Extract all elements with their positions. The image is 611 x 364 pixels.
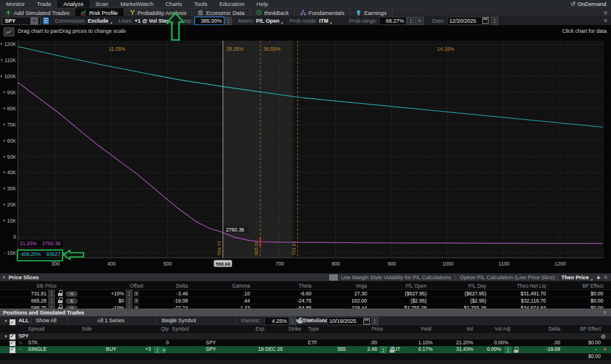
col-qty: Qty bbox=[161, 325, 169, 333]
risk-profile-chart: Drag chart to panDrag prices to change s… bbox=[0, 25, 611, 273]
lock-icon[interactable] bbox=[390, 347, 395, 353]
prob-mode-dropdown[interactable]: ITM bbox=[319, 18, 333, 24]
filter-icon[interactable]: ▼ bbox=[593, 310, 597, 315]
cell-qty[interactable]: +3 bbox=[145, 346, 151, 353]
offset-mode-badge[interactable]: % bbox=[66, 291, 78, 297]
qty-stepper[interactable] bbox=[154, 347, 161, 353]
menu-help[interactable]: Help bbox=[251, 0, 274, 8]
metric-dropdown[interactable]: P/L Open bbox=[256, 18, 283, 24]
cell-vol: 31.43% bbox=[456, 346, 473, 353]
cell-spread: STK bbox=[28, 340, 38, 346]
close-icon[interactable]: ✕ bbox=[603, 346, 607, 353]
calendar-icon[interactable] bbox=[482, 17, 489, 24]
add-simulated-trades-button[interactable]: Add Simulated Trades bbox=[0, 8, 75, 17]
price-slice-row: 731.81 % +10% ▼ -3.46 .10 -6.60 27.30 ($… bbox=[0, 290, 611, 297]
series-dropdown[interactable]: All 1 Series bbox=[97, 317, 128, 323]
offset-mode-badge[interactable]: $ bbox=[66, 298, 78, 304]
cell-strike[interactable]: 555 bbox=[337, 346, 349, 352]
lock-icon[interactable] bbox=[514, 347, 519, 353]
margin-style-checkbox[interactable] bbox=[329, 274, 338, 280]
toolbar-menu-icon[interactable]: ≡ bbox=[604, 10, 611, 16]
prob-range-dropdown[interactable]: ▼ bbox=[415, 17, 424, 25]
interest-input[interactable] bbox=[265, 318, 289, 324]
chart-line-icon[interactable]: ∿ bbox=[18, 340, 23, 346]
symbol-select[interactable]: SPY ▼ bbox=[2, 17, 41, 25]
col-pl-day: P/L Day bbox=[430, 283, 489, 289]
positions-date-label: Date: bbox=[310, 316, 323, 325]
select-all-checkbox[interactable] bbox=[10, 319, 16, 325]
offset-dropdown[interactable]: ▼ bbox=[134, 291, 138, 296]
prob-range-stepper[interactable] bbox=[407, 17, 414, 25]
col-vega: Vega bbox=[314, 283, 370, 289]
positions-date-stepper[interactable] bbox=[371, 317, 378, 325]
offset-stepper[interactable] bbox=[126, 290, 132, 297]
slice-stepper[interactable] bbox=[48, 297, 55, 304]
collapse-icon[interactable]: ▾ bbox=[5, 316, 7, 325]
slice-offset[interactable]: +10% bbox=[80, 291, 124, 297]
prob-range-input[interactable] bbox=[379, 18, 406, 24]
step-stepper[interactable] bbox=[225, 17, 232, 25]
x-tick-label: 300 bbox=[51, 261, 60, 267]
gear-icon[interactable] bbox=[600, 334, 606, 340]
y-tick-label: + 80K bbox=[3, 106, 17, 112]
positions-menu-icon[interactable]: ≡ bbox=[603, 309, 607, 316]
slice-price[interactable]: 665.28 bbox=[0, 298, 47, 304]
interest-stepper[interactable] bbox=[289, 317, 296, 325]
collapse-icon[interactable]: ▾ bbox=[5, 333, 7, 340]
fundamentals-button[interactable]: Fundamentals bbox=[295, 8, 350, 17]
slices-menu-icon[interactable]: ≡ bbox=[604, 274, 607, 280]
menu-tools[interactable]: Tools bbox=[188, 0, 213, 8]
economic-data-button[interactable]: Economic Data bbox=[192, 8, 250, 17]
shares-badge-icon[interactable] bbox=[43, 17, 49, 24]
cell-spread[interactable]: SINGLE bbox=[28, 346, 50, 352]
slice-price[interactable]: 731.81 bbox=[0, 291, 47, 297]
menu-monitor[interactable]: Monitor bbox=[0, 0, 31, 8]
commission-dropdown[interactable]: Exclude bbox=[88, 18, 113, 24]
vol-adj-stepper[interactable] bbox=[505, 347, 511, 353]
menu-analyze[interactable]: Analyze bbox=[57, 0, 90, 8]
offset-dropdown[interactable]: ▼ bbox=[134, 298, 138, 303]
menu-education[interactable]: Education bbox=[213, 0, 250, 8]
date-input[interactable] bbox=[448, 18, 481, 24]
lock-icon[interactable] bbox=[58, 297, 63, 303]
settings-menu-icon[interactable]: ≡ bbox=[604, 17, 611, 24]
slice-stepper[interactable] bbox=[48, 290, 55, 297]
pl-chart-canvas[interactable]: + 120K+ 110K+ 100K+ 90K+ 80K+ 70K+ 60K+ … bbox=[0, 37, 611, 273]
lock-icon[interactable] bbox=[58, 290, 63, 296]
ondemand-button[interactable]: ↺ OnDemand bbox=[570, 1, 611, 7]
ondemand-clock-icon: ↺ bbox=[570, 1, 575, 7]
add-slice-button[interactable]: + bbox=[597, 274, 600, 281]
pl-calc-dropdown[interactable]: Theo Price bbox=[561, 274, 593, 280]
cell-price[interactable]: 2.48 bbox=[367, 346, 377, 353]
collapse-icon[interactable]: ▾ bbox=[3, 275, 5, 280]
row-checkbox[interactable] bbox=[10, 347, 16, 353]
menu-scan[interactable]: Scan bbox=[90, 0, 115, 8]
risk-profile-button[interactable]: Risk Profile bbox=[75, 8, 124, 17]
menu-trade[interactable]: Trade bbox=[31, 0, 57, 8]
cell-vol-adj[interactable]: 0.00% bbox=[487, 346, 501, 353]
positions-date-input[interactable] bbox=[328, 318, 362, 324]
chart-style-button[interactable] bbox=[4, 27, 14, 36]
cell-exp[interactable]: 19 DEC 25 bbox=[258, 346, 286, 352]
menu-marketwatch[interactable]: MarketWatch bbox=[115, 0, 160, 8]
slice-offset[interactable]: $0 bbox=[80, 298, 124, 304]
qty-dropdown[interactable]: ▼ bbox=[162, 348, 166, 353]
price-stepper[interactable] bbox=[380, 347, 387, 353]
menu-charts[interactable]: Charts bbox=[159, 0, 188, 8]
thinkback-button[interactable]: thinkBack bbox=[251, 8, 295, 17]
col-delta: Delta bbox=[143, 283, 191, 289]
col-yield: Yield bbox=[420, 325, 431, 333]
cell-side[interactable]: BUY bbox=[106, 346, 120, 352]
calendar-icon[interactable] bbox=[363, 318, 370, 325]
show-all-dropdown[interactable]: Show All bbox=[36, 317, 60, 323]
model-label: Model: bbox=[161, 316, 177, 325]
lock-icon[interactable] bbox=[298, 317, 303, 323]
offset-stepper[interactable] bbox=[126, 297, 132, 304]
cell-bp-effect: $0.00 bbox=[549, 298, 606, 304]
chart-line-icon[interactable]: ∿ bbox=[18, 346, 23, 353]
sitemap-icon bbox=[300, 10, 306, 16]
step-input[interactable] bbox=[195, 18, 224, 24]
date-stepper[interactable] bbox=[491, 17, 498, 25]
earnings-button[interactable]: Earnings bbox=[350, 8, 393, 17]
col-bp-effect: BP Effect bbox=[580, 325, 601, 333]
